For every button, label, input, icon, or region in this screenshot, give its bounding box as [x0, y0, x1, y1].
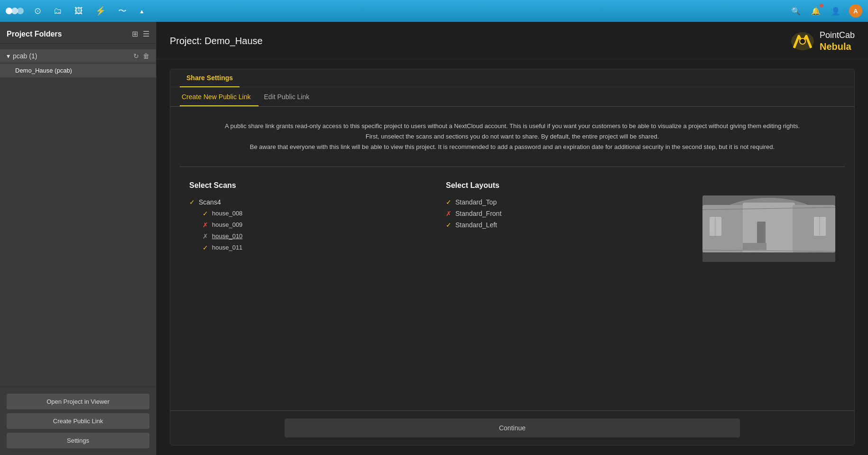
divider-top: [180, 167, 845, 167]
standard-front-label: Standard_Front: [455, 210, 501, 217]
sidebar-tree: ▾ pcab (1) ↻ 🗑 Demo_Hause (pcab): [0, 44, 156, 387]
house008-check-icon: ✓: [203, 210, 208, 217]
app-logo[interactable]: [6, 6, 24, 16]
sidebar-header: Project Folders ⊞ ☰: [0, 22, 156, 44]
brand-logo: PointCab Nebula: [790, 30, 855, 52]
notification-badge: [820, 4, 823, 8]
notification-icon[interactable]: 🔔: [809, 5, 822, 18]
standard-left-check-icon: ✓: [446, 221, 452, 229]
topbar-right: 🔍 🔔 👤 A: [789, 4, 862, 18]
layout-standard-front[interactable]: ✗ Standard_Front: [446, 208, 674, 219]
main-content: Project: Demo_Hause PointCab Nebula Shar…: [157, 22, 868, 455]
contacts-icon[interactable]: 👤: [829, 5, 842, 18]
sidebar-title: Project Folders: [7, 30, 62, 38]
scan-group-scans4: ✓ Scans4 ✓ house_008 ✗ house_009 ✗: [189, 196, 417, 253]
standard-top-label: Standard_Top: [455, 198, 497, 206]
tree-group-pcab: ▾ pcab (1) ↻ 🗑 Demo_Hause (pcab): [0, 49, 156, 77]
settings-button[interactable]: Settings: [7, 433, 149, 448]
brand-name-bottom: Nebula: [820, 41, 855, 52]
house011-check-icon: ✓: [203, 244, 208, 251]
sidebar: Project Folders ⊞ ☰ ▾ pcab (1) ↻ 🗑 Demo_…: [0, 22, 157, 455]
nav-search-icon[interactable]: ⊙: [32, 4, 43, 18]
open-viewer-button[interactable]: Open Project in Viewer: [7, 394, 149, 409]
standard-left-label: Standard_Left: [455, 221, 497, 229]
share-footer: Continue: [170, 410, 854, 445]
project-title: Project: Demo_Hause: [170, 36, 263, 46]
standard-top-check-icon: ✓: [446, 198, 452, 206]
svg-rect-7: [702, 205, 745, 252]
brand-icon: [790, 31, 815, 51]
panorama-svg: [702, 195, 835, 262]
house009-label: house_009: [212, 221, 242, 228]
svg-rect-14: [757, 222, 766, 245]
share-panel-header: Share Settings: [170, 69, 854, 87]
brand-name: PointCab Nebula: [820, 30, 855, 52]
standard-front-check-icon: ✗: [446, 210, 452, 217]
svg-rect-17: [702, 252, 835, 262]
svg-point-0: [6, 8, 12, 14]
tree-child-demo-hause[interactable]: Demo_Hause (pcab): [0, 64, 156, 77]
brand-name-top: PointCab: [820, 30, 855, 41]
main-layout: Project Folders ⊞ ☰ ▾ pcab (1) ↻ 🗑 Demo_…: [0, 22, 868, 455]
continue-button[interactable]: Continue: [285, 418, 740, 437]
nav-photos-icon[interactable]: 🖼: [73, 4, 85, 18]
tab-create-new-public-link[interactable]: Create New Public Link: [180, 87, 259, 106]
select-layouts-column: Select Layouts ✓ Standard_Top ✗ Standard…: [446, 181, 674, 406]
select-layouts-heading: Select Layouts: [446, 181, 674, 190]
description-block: A public share link grants read-only acc…: [170, 107, 854, 162]
house011-label: house_011: [212, 244, 242, 251]
nav-extra-icon[interactable]: 〜: [116, 3, 129, 19]
nav-collapse-indicator: ▲: [139, 7, 145, 15]
svg-rect-18: [743, 243, 766, 250]
sidebar-header-icons: ⊞ ☰: [132, 29, 149, 38]
content-header: Project: Demo_Hause PointCab Nebula: [157, 22, 868, 59]
collapse-icon: ▾: [7, 52, 10, 60]
select-scans-heading: Select Scans: [189, 181, 417, 190]
refresh-icon[interactable]: ↻: [133, 52, 139, 60]
select-section: Select Scans ✓ Scans4 ✓ house_008 ✗ ho: [170, 176, 854, 410]
sidebar-footer: Open Project in Viewer Create Public Lin…: [0, 387, 156, 455]
delete-icon[interactable]: 🗑: [143, 52, 149, 60]
house009-check-icon: ✗: [203, 221, 208, 229]
user-avatar[interactable]: A: [849, 4, 862, 18]
house008-label: house_008: [212, 210, 242, 217]
house010-check-icon: ✗: [203, 232, 208, 240]
svg-point-1: [11, 8, 18, 14]
topbar: ⊙ 🗂 🖼 ⚡ 〜 ▲ 🔍 🔔 👤 A: [0, 0, 868, 22]
tree-group-header-pcab[interactable]: ▾ pcab (1) ↻ 🗑: [0, 49, 156, 63]
layout-standard-left[interactable]: ✓ Standard_Left: [446, 219, 674, 231]
select-scans-column: Select Scans ✓ Scans4 ✓ house_008 ✗ ho: [189, 181, 417, 406]
scan-preview: [702, 195, 835, 262]
svg-point-2: [17, 8, 24, 14]
scan-child-house008[interactable]: ✓ house_008: [189, 208, 417, 219]
layout-standard-top[interactable]: ✓ Standard_Top: [446, 196, 674, 208]
house010-label: house_010: [212, 232, 242, 240]
tab-edit-public-link[interactable]: Edit Public Link: [262, 87, 317, 106]
group-icons: ↻ 🗑: [133, 52, 149, 60]
scans4-check-icon: ✓: [189, 198, 195, 206]
scan-group-header-scans4[interactable]: ✓ Scans4: [189, 196, 417, 208]
scan-child-house010[interactable]: ✗ house_010: [189, 231, 417, 242]
group-label: pcab (1): [13, 52, 37, 60]
menu-icon[interactable]: ☰: [143, 29, 149, 38]
new-folder-icon[interactable]: ⊞: [132, 29, 138, 38]
scan-child-house011[interactable]: ✓ house_011: [189, 242, 417, 253]
svg-point-4: [800, 38, 805, 44]
scan-child-house009[interactable]: ✗ house_009: [189, 219, 417, 231]
scans4-label: Scans4: [199, 198, 221, 206]
search-icon[interactable]: 🔍: [789, 5, 803, 18]
logo-icon: [6, 6, 24, 16]
tabs-bar: Create New Public Link Edit Public Link: [170, 87, 854, 107]
share-settings-title: Share Settings: [180, 69, 240, 87]
nav-files-icon[interactable]: 🗂: [52, 4, 64, 18]
nav-activity-icon[interactable]: ⚡: [93, 4, 108, 18]
share-panel: Share Settings Create New Public Link Ed…: [170, 69, 855, 446]
description-text: A public share link grants read-only acc…: [225, 122, 800, 150]
create-public-link-button[interactable]: Create Public Link: [7, 413, 149, 429]
